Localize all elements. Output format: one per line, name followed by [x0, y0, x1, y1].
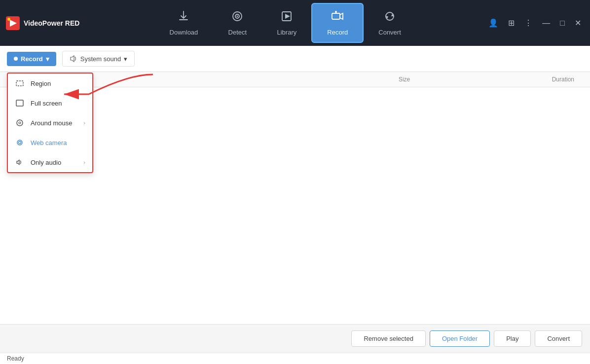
tab-record-label: Record [327, 29, 348, 36]
tab-detect[interactable]: Detect [213, 4, 262, 42]
menu-item-region-label: Region [31, 80, 51, 87]
col-duration-header: Duration [461, 76, 582, 83]
menu-item-region[interactable]: Region [8, 73, 92, 93]
around-mouse-chevron: › [83, 120, 85, 126]
menu-item-web-camera[interactable]: Web camera [8, 133, 92, 152]
svg-rect-11 [16, 81, 23, 86]
only-audio-chevron: › [83, 159, 85, 165]
toolbar: Record ▾ System sound ▾ Region [0, 46, 590, 72]
sound-dropdown-arrow: ▾ [124, 55, 127, 63]
svg-point-10 [335, 11, 337, 13]
titlebar: VideoPower RED Download Detect [0, 0, 590, 46]
menu-item-web-camera-label: Web camera [31, 139, 67, 146]
app-logo: VideoPower RED [6, 16, 85, 30]
record-button[interactable]: Record ▾ [7, 52, 56, 66]
open-folder-button[interactable]: Open Folder [430, 330, 490, 347]
svg-marker-9 [340, 13, 343, 19]
close-button[interactable]: ✕ [572, 16, 584, 30]
menu-item-around-mouse-label: Around mouse [31, 119, 73, 127]
tab-library[interactable]: Library [262, 4, 311, 42]
menu-item-fullscreen[interactable]: Full screen [8, 93, 92, 113]
only-audio-icon [15, 157, 25, 167]
record-button-label: Record [21, 55, 43, 63]
record-dot [14, 57, 18, 61]
bottom-bar: Remove selected Open Folder Play Convert [0, 324, 590, 353]
tab-library-label: Library [277, 29, 296, 36]
status-text: Ready [7, 355, 24, 362]
around-mouse-icon [15, 118, 25, 128]
menu-item-only-audio-label: Only audio [31, 159, 61, 166]
web-camera-icon [15, 138, 25, 147]
fullscreen-icon [15, 98, 25, 108]
minimize-button[interactable]: — [539, 17, 553, 30]
detect-icon [231, 10, 244, 26]
svg-point-15 [17, 140, 22, 145]
convert-button[interactable]: Convert [535, 330, 582, 347]
col-size-header: Size [348, 76, 461, 83]
tab-convert-label: Convert [378, 29, 401, 36]
menu-item-around-mouse[interactable]: Around mouse › [8, 113, 92, 133]
menu-item-only-audio[interactable]: Only audio › [8, 152, 92, 172]
tab-record[interactable]: Record [311, 3, 364, 43]
grid-icon[interactable]: ⊞ [505, 16, 517, 30]
svg-point-13 [17, 120, 23, 126]
play-button[interactable]: Play [494, 330, 531, 347]
app-title: VideoPower RED [24, 19, 79, 27]
content-area: Record ▾ System sound ▾ Region [0, 46, 590, 364]
sound-label: System sound [80, 55, 121, 63]
convert-icon [383, 10, 396, 26]
logo-icon [6, 16, 20, 30]
statusbar: Ready [0, 353, 590, 364]
svg-point-16 [19, 142, 21, 144]
maximize-button[interactable]: □ [557, 17, 568, 30]
record-dropdown-arrow: ▾ [46, 55, 49, 63]
menu-item-fullscreen-label: Full screen [31, 100, 62, 107]
sound-icon [70, 55, 77, 63]
tab-download-label: Download [170, 29, 198, 36]
svg-rect-12 [16, 100, 23, 106]
library-icon [280, 10, 293, 26]
region-icon [15, 78, 25, 88]
record-dropdown-menu: Region Full screen Arou [7, 73, 93, 173]
svg-point-2 [7, 18, 10, 21]
window-controls: 👤 ⊞ ⋮ — □ ✕ [485, 16, 584, 30]
tab-detect-label: Detect [228, 29, 247, 36]
user-icon[interactable]: 👤 [485, 16, 501, 30]
svg-point-5 [237, 16, 238, 17]
download-icon [177, 10, 190, 26]
svg-rect-8 [332, 13, 340, 19]
sound-button[interactable]: System sound ▾ [62, 51, 135, 67]
svg-marker-7 [285, 14, 290, 19]
tab-download[interactable]: Download [155, 4, 213, 42]
menu-dots-icon[interactable]: ⋮ [521, 16, 535, 30]
remove-selected-button[interactable]: Remove selected [351, 330, 425, 347]
record-icon [331, 10, 344, 26]
svg-point-14 [19, 122, 21, 124]
nav-tabs: Download Detect Library [85, 3, 485, 43]
tab-convert[interactable]: Convert [364, 4, 416, 42]
